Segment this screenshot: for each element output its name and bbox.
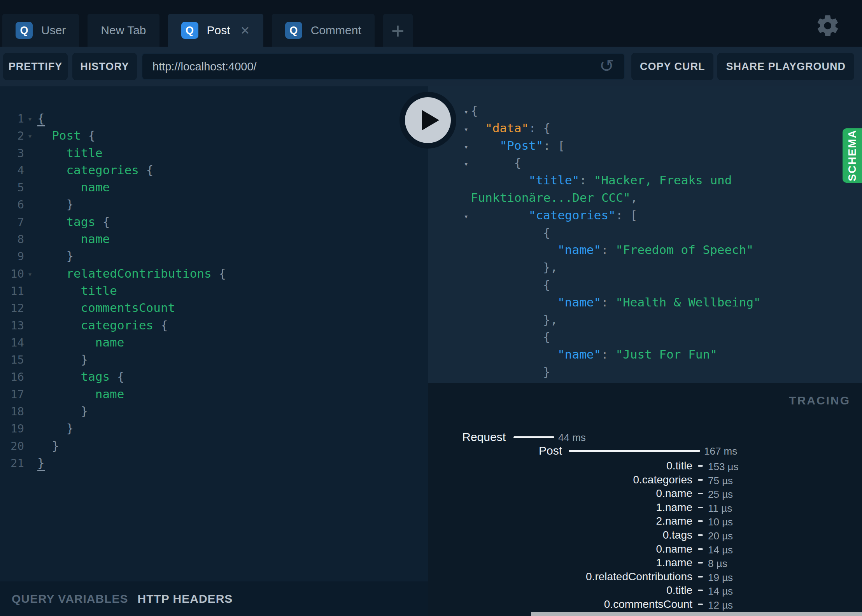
settings-gear-icon[interactable]: [815, 13, 840, 38]
line-number: 1: [0, 110, 24, 127]
response-line: ▾"categories": [: [428, 206, 862, 224]
code-token: :: [601, 295, 615, 309]
line-content: }: [37, 247, 74, 264]
line-content: Post {: [37, 127, 95, 144]
code-token: commentsCount: [81, 301, 175, 315]
line-content: {: [471, 224, 550, 242]
new-tab-button[interactable]: +: [383, 14, 413, 47]
code-token: title: [81, 284, 117, 298]
code-token: "title": [529, 173, 580, 187]
resolver-path: 0.name: [428, 487, 692, 500]
collapse-arrow-icon[interactable]: ▾: [457, 121, 468, 138]
code-token: }: [37, 456, 45, 471]
code-token: {: [543, 226, 550, 240]
tab-bar: QUserNew TabQPost✕QComment+: [0, 0, 862, 47]
share-playground-button[interactable]: SHARE PLAYGROUND: [717, 53, 854, 80]
code-token: tags: [81, 369, 110, 383]
close-tab-icon[interactable]: ✕: [240, 24, 250, 37]
execute-query-button[interactable]: [399, 92, 456, 149]
line-content: commentsCount: [37, 299, 175, 316]
code-token: {: [139, 163, 153, 177]
resolver-duration: 20 µs: [708, 530, 733, 542]
code-token: "name": [557, 243, 601, 257]
line-content: }: [37, 402, 88, 420]
line-number: 12: [0, 299, 24, 317]
tracing-panel-title[interactable]: TRACING: [789, 394, 850, 407]
prettify-button[interactable]: PRETTIFY: [3, 53, 68, 80]
collapse-arrow-icon[interactable]: ▾: [457, 155, 468, 173]
resolver-duration: 19 µs: [708, 572, 733, 584]
code-token: {: [110, 369, 124, 383]
code-token: {: [95, 215, 110, 229]
resolver-duration: 8 µs: [708, 558, 727, 570]
duration-dash: [698, 604, 703, 605]
copy-curl-button[interactable]: COPY CURL: [631, 53, 714, 80]
line-number: 4: [0, 162, 24, 179]
response-line: "name": "Health & Wellbeing": [428, 294, 862, 311]
code-token: }: [66, 249, 74, 263]
line-number: 14: [0, 334, 24, 351]
code-token: "Health & Wellbeing": [616, 295, 761, 309]
code-token: },: [543, 260, 557, 274]
tracing-panel: TRACING Request44 msPost167 ms0.title153…: [428, 383, 862, 616]
collapse-arrow-icon[interactable]: ▾: [457, 208, 468, 225]
horizontal-scrollbar[interactable]: [531, 612, 862, 616]
tab-user[interactable]: QUser: [2, 14, 79, 47]
line-number: 7: [0, 214, 24, 231]
tab-comment[interactable]: QComment: [272, 14, 375, 47]
code-token: }: [66, 197, 74, 211]
line-number: 11: [0, 282, 24, 299]
tab-post[interactable]: QPost✕: [168, 14, 263, 47]
reload-schema-icon[interactable]: ↺: [599, 57, 614, 75]
fold-arrow-icon[interactable]: ▾: [25, 266, 35, 283]
collapse-arrow-icon[interactable]: ▾: [457, 138, 468, 156]
resolver-path: 0.title: [428, 460, 692, 472]
query-line: 9}: [0, 247, 428, 264]
code-token: {: [212, 266, 226, 280]
tracing-resolver-row: 0.categories75 µs: [428, 474, 862, 488]
tab-new-tab[interactable]: New Tab: [88, 14, 159, 47]
history-button[interactable]: HISTORY: [72, 53, 137, 80]
tab-label: Post: [207, 24, 230, 37]
code-token: : [: [616, 208, 638, 222]
graphql-playground: { "window": { "schema_tab": "SCHEMA" }, …: [0, 0, 862, 616]
schema-side-tab[interactable]: SCHEMA: [843, 128, 862, 183]
span-label: Request: [428, 430, 506, 444]
code-token: :: [579, 173, 594, 187]
endpoint-url-value: http://localhost:4000/: [152, 60, 599, 73]
line-content: name: [37, 178, 110, 196]
resolver-duration: 153 µs: [708, 461, 739, 473]
tracing-resolver-row: 0.commentsCount12 µs: [428, 598, 862, 612]
duration-dash: [698, 590, 703, 591]
code-token: }: [543, 365, 550, 379]
line-number: 13: [0, 317, 24, 334]
line-content: name: [37, 334, 124, 351]
fold-arrow-icon[interactable]: ▾: [25, 110, 35, 128]
span-duration: 167 ms: [704, 445, 737, 457]
line-content: {: [471, 154, 521, 172]
line-content: }: [37, 196, 74, 213]
query-editor[interactable]: 1▾{2▾Post {3title4categories {5name6}7ta…: [0, 86, 428, 581]
code-token: "categories": [529, 208, 616, 222]
http-headers-tab[interactable]: HTTP HEADERS: [138, 592, 233, 606]
endpoint-url-input[interactable]: http://localhost:4000/ ↺: [142, 53, 625, 80]
query-line: 6}: [0, 196, 428, 213]
query-variables-tab[interactable]: QUERY VARIABLES: [12, 592, 128, 606]
response-line: ▾"Post": [: [428, 137, 862, 154]
collapse-arrow-icon[interactable]: ▾: [457, 103, 468, 121]
play-icon: [405, 97, 451, 143]
line-content: }: [37, 454, 45, 471]
tracing-resolver-row: 1.name11 µs: [428, 501, 862, 515]
fold-arrow-icon[interactable]: ▾: [25, 128, 35, 145]
code-token: name: [95, 335, 124, 349]
query-line: 20}: [0, 437, 428, 454]
duration-dash: [698, 562, 703, 564]
code-token: relatedContributions: [66, 266, 211, 280]
span-label: Post: [428, 444, 562, 457]
response-line: ▾{: [428, 154, 862, 172]
response-line: ▾{: [428, 102, 862, 119]
code-token: : [: [543, 138, 565, 152]
query-line: 21}: [0, 454, 428, 471]
code-token: "data": [485, 121, 529, 135]
code-token: {: [153, 318, 168, 332]
